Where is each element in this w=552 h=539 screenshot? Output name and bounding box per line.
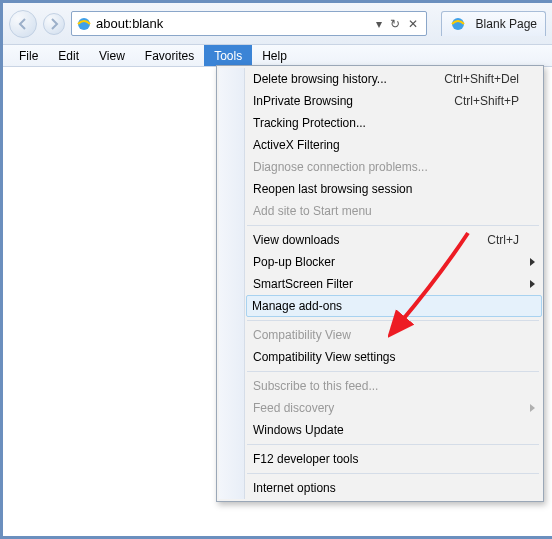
menu-view[interactable]: View <box>89 45 135 66</box>
menu-favorites[interactable]: Favorites <box>135 45 204 66</box>
address-text[interactable]: about:blank <box>96 16 376 31</box>
menu-separator <box>247 444 539 445</box>
menu-item-label: Manage add-ons <box>252 299 520 313</box>
menu-item-label: Tracking Protection... <box>253 116 519 130</box>
menu-item-label: Windows Update <box>253 423 519 437</box>
menu-item-inprivate[interactable]: InPrivate Browsing Ctrl+Shift+P <box>247 90 541 112</box>
menu-edit[interactable]: Edit <box>48 45 89 66</box>
menu-item-reopen[interactable]: Reopen last browsing session <box>247 178 541 200</box>
menu-item-label: Compatibility View <box>253 328 519 342</box>
menu-item-smartscreen[interactable]: SmartScreen Filter <box>247 273 541 295</box>
stop-icon[interactable]: ✕ <box>408 17 418 31</box>
menu-item-label: InPrivate Browsing <box>253 94 454 108</box>
ie-icon <box>76 16 92 32</box>
arrow-right-icon <box>48 18 60 30</box>
menu-item-subscribe: Subscribe to this feed... <box>247 375 541 397</box>
menu-separator <box>247 320 539 321</box>
menu-item-compat-view: Compatibility View <box>247 324 541 346</box>
arrow-left-icon <box>17 18 29 30</box>
chevron-right-icon <box>530 404 535 412</box>
menu-item-label: Subscribe to this feed... <box>253 379 519 393</box>
menu-item-label: Feed discovery <box>253 401 519 415</box>
menu-item-label: Reopen last browsing session <box>253 182 519 196</box>
menu-item-label: Pop-up Blocker <box>253 255 519 269</box>
menu-item-label: Delete browsing history... <box>253 72 444 86</box>
menu-item-label: Internet options <box>253 481 519 495</box>
menu-item-label: Compatibility View settings <box>253 350 519 364</box>
navigation-bar: about:blank ▾ ↻ ✕ Blank Page <box>3 3 552 45</box>
menu-separator <box>247 371 539 372</box>
menu-item-internet-options[interactable]: Internet options <box>247 477 541 499</box>
chevron-right-icon <box>530 280 535 288</box>
forward-button[interactable] <box>43 13 65 35</box>
menu-item-shortcut: Ctrl+J <box>487 233 519 247</box>
chevron-right-icon <box>530 258 535 266</box>
menu-separator <box>247 473 539 474</box>
address-bar[interactable]: about:blank ▾ ↻ ✕ <box>71 11 427 36</box>
back-button[interactable] <box>9 10 37 38</box>
menu-tools[interactable]: Tools <box>204 45 252 66</box>
menu-item-diagnose: Diagnose connection problems... <box>247 156 541 178</box>
menu-item-shortcut: Ctrl+Shift+Del <box>444 72 519 86</box>
menu-item-feed: Feed discovery <box>247 397 541 419</box>
svg-point-0 <box>78 18 90 30</box>
menu-item-addsite: Add site to Start menu <box>247 200 541 222</box>
tools-dropdown-menu: Delete browsing history... Ctrl+Shift+De… <box>216 65 544 502</box>
menu-item-manage-addons[interactable]: Manage add-ons <box>246 295 542 317</box>
menu-item-delete-history[interactable]: Delete browsing history... Ctrl+Shift+De… <box>247 68 541 90</box>
menu-item-label: ActiveX Filtering <box>253 138 519 152</box>
menu-separator <box>247 225 539 226</box>
address-dropdown-icon[interactable]: ▾ <box>376 17 382 31</box>
menu-item-label: F12 developer tools <box>253 452 519 466</box>
menu-item-shortcut: Ctrl+Shift+P <box>454 94 519 108</box>
menu-bar: File Edit View Favorites Tools Help <box>3 45 552 67</box>
menu-help[interactable]: Help <box>252 45 297 66</box>
menu-item-label: Diagnose connection problems... <box>253 160 519 174</box>
menu-item-activex[interactable]: ActiveX Filtering <box>247 134 541 156</box>
menu-item-label: SmartScreen Filter <box>253 277 519 291</box>
menu-file[interactable]: File <box>9 45 48 66</box>
menu-item-label: Add site to Start menu <box>253 204 519 218</box>
svg-point-1 <box>452 18 464 30</box>
tab-title: Blank Page <box>476 17 537 31</box>
menu-item-windows-update[interactable]: Windows Update <box>247 419 541 441</box>
menu-item-downloads[interactable]: View downloads Ctrl+J <box>247 229 541 251</box>
refresh-icon[interactable]: ↻ <box>390 17 400 31</box>
menu-item-f12[interactable]: F12 developer tools <box>247 448 541 470</box>
menu-item-compat-settings[interactable]: Compatibility View settings <box>247 346 541 368</box>
menu-item-popup[interactable]: Pop-up Blocker <box>247 251 541 273</box>
ie-icon <box>450 16 466 32</box>
tab-bar: Blank Page <box>433 11 546 36</box>
menu-item-tracking[interactable]: Tracking Protection... <box>247 112 541 134</box>
menu-gutter <box>219 68 245 499</box>
tab-blank-page[interactable]: Blank Page <box>441 11 546 36</box>
menu-item-label: View downloads <box>253 233 487 247</box>
